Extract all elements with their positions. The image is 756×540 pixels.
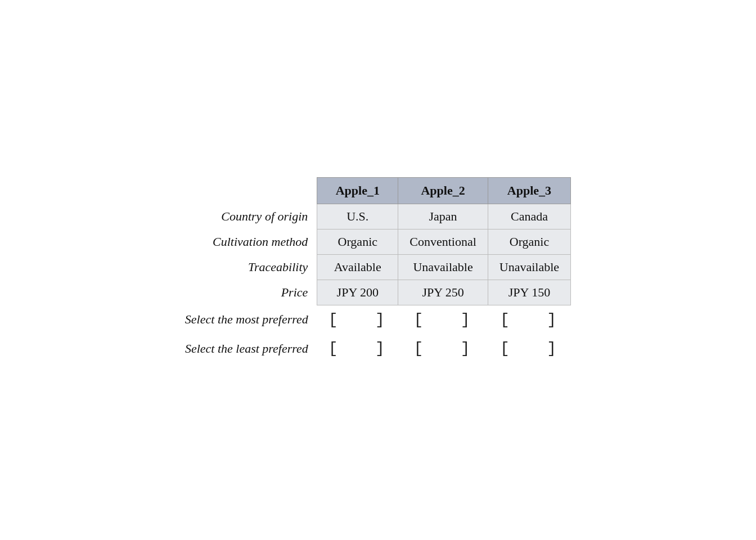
apple1-most-preferred-checkbox[interactable]: [ ] <box>317 305 398 335</box>
checkbox-bracket-symbol: [ ] <box>328 340 387 357</box>
apple1-price: JPY 200 <box>317 280 398 305</box>
cultivation-label: Cultivation method <box>185 230 317 255</box>
apple2-most-preferred-checkbox[interactable]: [ ] <box>398 305 488 335</box>
apple1-country: U.S. <box>317 204 398 230</box>
apple3-cultivation: Organic <box>488 230 570 255</box>
empty-header-cell <box>185 178 317 204</box>
country-label: Country of origin <box>185 204 317 230</box>
apple2-traceability: Unavailable <box>398 255 488 280</box>
most-preferred-row: Select the most preferred [ ] [ ] [ ] <box>185 305 571 335</box>
checkbox-bracket-symbol: [ ] <box>328 311 387 328</box>
apple1-header: Apple_1 <box>317 178 398 204</box>
apple3-traceability: Unavailable <box>488 255 570 280</box>
apple2-header: Apple_2 <box>398 178 488 204</box>
apple3-least-preferred-checkbox[interactable]: [ ] <box>488 334 570 363</box>
apple1-least-preferred-checkbox[interactable]: [ ] <box>317 334 398 363</box>
table-row: Price JPY 200 JPY 250 JPY 150 <box>185 280 571 305</box>
apple2-price: JPY 250 <box>398 280 488 305</box>
comparison-table: Apple_1 Apple_2 Apple_3 Country of origi… <box>185 177 571 363</box>
checkbox-bracket-symbol: [ ] <box>500 340 559 357</box>
apple3-most-preferred-checkbox[interactable]: [ ] <box>488 305 570 335</box>
table-row: Country of origin U.S. Japan Canada <box>185 204 571 230</box>
apple2-least-preferred-checkbox[interactable]: [ ] <box>398 334 488 363</box>
table-row: Cultivation method Organic Conventional … <box>185 230 571 255</box>
apple2-cultivation: Conventional <box>398 230 488 255</box>
checkbox-bracket-symbol: [ ] <box>500 311 559 328</box>
select-least-label: Select the least preferred <box>185 334 317 363</box>
checkbox-bracket-symbol: [ ] <box>414 311 472 328</box>
price-label: Price <box>185 280 317 305</box>
apple1-traceability: Available <box>317 255 398 280</box>
checkbox-bracket-symbol: [ ] <box>414 340 472 357</box>
select-most-label: Select the most preferred <box>185 305 317 335</box>
least-preferred-row: Select the least preferred [ ] [ ] [ ] <box>185 334 571 363</box>
apple3-header: Apple_3 <box>488 178 570 204</box>
main-container: Apple_1 Apple_2 Apple_3 Country of origi… <box>185 177 571 363</box>
apple3-country: Canada <box>488 204 570 230</box>
apple1-cultivation: Organic <box>317 230 398 255</box>
traceability-label: Traceability <box>185 255 317 280</box>
table-row: Traceability Available Unavailable Unava… <box>185 255 571 280</box>
apple3-price: JPY 150 <box>488 280 570 305</box>
apple2-country: Japan <box>398 204 488 230</box>
